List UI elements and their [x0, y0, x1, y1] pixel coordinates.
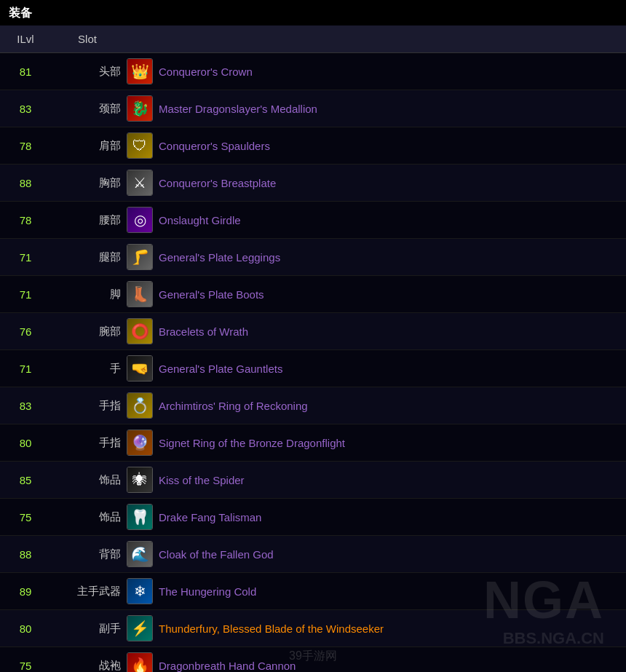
icon-cell: 🦷: [124, 499, 156, 536]
item-name[interactable]: Kiss of the Spider: [156, 462, 626, 499]
icon-cell: 🦵: [124, 239, 156, 276]
icon-cell: 👢: [124, 276, 156, 313]
table-row: 80副手⚡Thunderfury, Blessed Blade of the W…: [0, 610, 626, 647]
ilvl-cell: 76: [0, 313, 51, 350]
icon-cell: 🐉: [124, 90, 156, 127]
ilvl-cell: 85: [0, 462, 51, 499]
table-row: 88胸部⚔Conqueror's Breastplate: [0, 165, 626, 202]
header-name: [156, 25, 626, 53]
table-row: 76腕部⭕Bracelets of Wrath: [0, 313, 626, 350]
slot-cell: 战袍: [51, 647, 124, 673]
table-row: 75战袍🔥Dragonbreath Hand Cannon: [0, 647, 626, 673]
table-row: 88背部🌊Cloak of the Fallen God: [0, 536, 626, 573]
ilvl-cell: 71: [0, 239, 51, 276]
icon-cell: 🕷: [124, 462, 156, 499]
ilvl-cell: 80: [0, 424, 51, 462]
page-title: 装备: [0, 0, 626, 25]
slot-cell: 头部: [51, 53, 124, 90]
icon-cell: ⚡: [124, 610, 156, 647]
item-name[interactable]: Master Dragonslayer's Medallion: [156, 90, 626, 127]
item-name[interactable]: Archimtiros' Ring of Reckoning: [156, 387, 626, 424]
slot-cell: 胸部: [51, 165, 124, 202]
equipment-table: ILvl Slot 81头部👑Conqueror's Crown83颈部🐉Mas…: [0, 25, 626, 672]
table-row: 85饰品🕷Kiss of the Spider: [0, 462, 626, 499]
table-row: 89主手武器❄The Hungering Cold: [0, 573, 626, 610]
table-row: 71脚👢General's Plate Boots: [0, 276, 626, 313]
header-ilvl: ILvl: [0, 25, 51, 53]
ilvl-cell: 89: [0, 573, 51, 610]
table-row: 71腿部🦵General's Plate Leggings: [0, 239, 626, 276]
slot-cell: 手指: [51, 424, 124, 462]
table-header: ILvl Slot: [0, 25, 626, 53]
ilvl-cell: 78: [0, 202, 51, 239]
item-name[interactable]: Cloak of the Fallen God: [156, 536, 626, 573]
item-name[interactable]: Signet Ring of the Bronze Dragonflight: [156, 424, 626, 462]
ilvl-cell: 83: [0, 387, 51, 424]
slot-cell: 腕部: [51, 313, 124, 350]
header-icon: [124, 25, 156, 53]
item-name[interactable]: Dragonbreath Hand Cannon: [156, 647, 626, 673]
icon-cell: ⚔: [124, 165, 156, 202]
table-row: 78腰部◎Onslaught Girdle: [0, 202, 626, 239]
icon-cell: 🤜: [124, 350, 156, 387]
slot-cell: 脚: [51, 276, 124, 313]
slot-cell: 副手: [51, 610, 124, 647]
table-row: 81头部👑Conqueror's Crown: [0, 53, 626, 90]
item-name[interactable]: Conqueror's Crown: [156, 53, 626, 90]
ilvl-cell: 71: [0, 276, 51, 313]
table-row: 83颈部🐉Master Dragonslayer's Medallion: [0, 90, 626, 127]
item-name[interactable]: Onslaught Girdle: [156, 202, 626, 239]
icon-cell: 👑: [124, 53, 156, 90]
slot-cell: 手指: [51, 387, 124, 424]
item-name[interactable]: The Hungering Cold: [156, 573, 626, 610]
slot-cell: 腿部: [51, 239, 124, 276]
ilvl-cell: 81: [0, 53, 51, 90]
ilvl-cell: 88: [0, 165, 51, 202]
table-row: 80手指🔮Signet Ring of the Bronze Dragonfli…: [0, 424, 626, 462]
item-name[interactable]: Conqueror's Breastplate: [156, 165, 626, 202]
item-name[interactable]: Drake Fang Talisman: [156, 499, 626, 536]
slot-cell: 腰部: [51, 202, 124, 239]
ilvl-cell: 75: [0, 647, 51, 673]
icon-cell: ⭕: [124, 313, 156, 350]
icon-cell: ❄: [124, 573, 156, 610]
ilvl-cell: 71: [0, 350, 51, 387]
slot-cell: 肩部: [51, 127, 124, 165]
icon-cell: 💍: [124, 387, 156, 424]
slot-cell: 手: [51, 350, 124, 387]
item-name[interactable]: Bracelets of Wrath: [156, 313, 626, 350]
icon-cell: 🔮: [124, 424, 156, 462]
slot-cell: 背部: [51, 536, 124, 573]
slot-cell: 饰品: [51, 462, 124, 499]
table-row: 75饰品🦷Drake Fang Talisman: [0, 499, 626, 536]
slot-cell: 饰品: [51, 499, 124, 536]
ilvl-cell: 83: [0, 90, 51, 127]
icon-cell: 🛡: [124, 127, 156, 165]
icon-cell: 🌊: [124, 536, 156, 573]
header-slot: Slot: [51, 25, 124, 53]
item-name[interactable]: General's Plate Boots: [156, 276, 626, 313]
item-name[interactable]: General's Plate Gauntlets: [156, 350, 626, 387]
slot-cell: 颈部: [51, 90, 124, 127]
item-name[interactable]: Conqueror's Spaulders: [156, 127, 626, 165]
table-row: 83手指💍Archimtiros' Ring of Reckoning: [0, 387, 626, 424]
table-row: 71手🤜General's Plate Gauntlets: [0, 350, 626, 387]
item-name[interactable]: General's Plate Leggings: [156, 239, 626, 276]
table-row: 78肩部🛡Conqueror's Spaulders: [0, 127, 626, 165]
ilvl-cell: 75: [0, 499, 51, 536]
slot-cell: 主手武器: [51, 573, 124, 610]
icon-cell: ◎: [124, 202, 156, 239]
ilvl-cell: 80: [0, 610, 51, 647]
ilvl-cell: 88: [0, 536, 51, 573]
item-name[interactable]: Thunderfury, Blessed Blade of the Windse…: [156, 610, 626, 647]
icon-cell: 🔥: [124, 647, 156, 673]
ilvl-cell: 78: [0, 127, 51, 165]
